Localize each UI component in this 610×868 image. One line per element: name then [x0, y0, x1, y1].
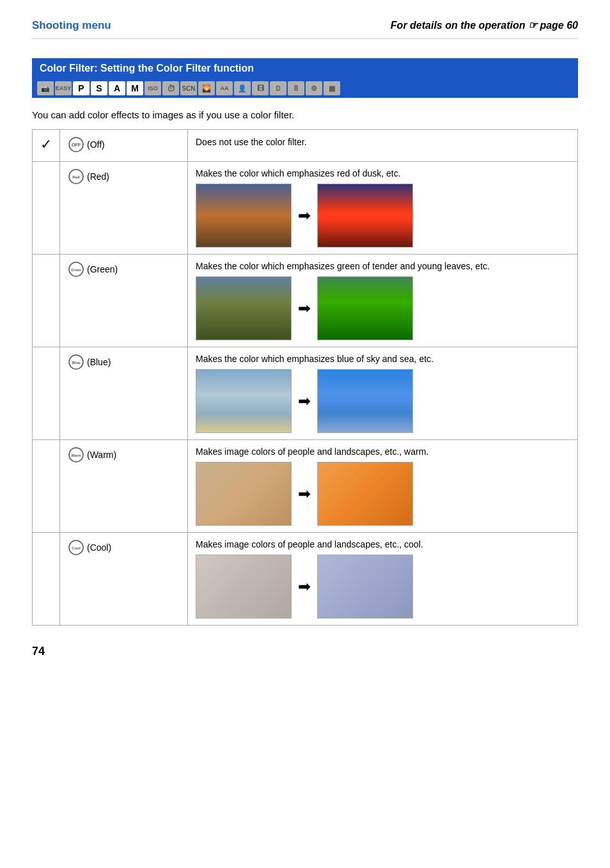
after-image: [317, 462, 413, 526]
page-reference: For details on the operation ☞ page 60: [391, 19, 578, 31]
check-cell: [33, 440, 60, 533]
svg-text:Red: Red: [72, 175, 80, 179]
color-filter-warm-icon: Warm: [68, 446, 84, 463]
after-image: [317, 184, 413, 248]
svg-text:Warm: Warm: [71, 454, 81, 457]
filter-icon-cool: Cool (Cool): [68, 539, 111, 556]
before-image: [196, 276, 292, 340]
filter-icon-green: Green (Green): [68, 261, 118, 278]
color-filter-off-icon: OFF: [68, 136, 84, 153]
after-image: [317, 555, 413, 619]
section-title-header: Shooting menu: [32, 19, 111, 32]
filter-name-cell: Blue (Blue): [60, 347, 188, 440]
after-image: [317, 276, 413, 340]
hdr-icon: D: [270, 81, 286, 95]
mode-s-icon: S: [91, 81, 107, 95]
grid-icon: ▦: [324, 81, 340, 95]
image-comparison-row: ➡: [196, 462, 570, 526]
arrow-icon: ➡: [298, 207, 311, 225]
filter-name-cell: OFF (Off): [60, 130, 188, 162]
check-cell: [33, 533, 60, 626]
color-filter-cool-icon: Cool: [68, 539, 84, 556]
page-header: Shooting menu For details on the operati…: [32, 19, 578, 39]
scene-icon: SCN: [180, 81, 197, 95]
table-row: Red (Red) Makes the color which emphasiz…: [33, 162, 578, 255]
color-filter-green-icon: Green: [68, 261, 84, 278]
after-image: [317, 369, 413, 433]
table-row: Green (Green) Makes the color which emph…: [33, 255, 578, 347]
table-row: ✓ OFF (Off) Does not use the color filte…: [33, 130, 578, 162]
before-image: [196, 369, 292, 433]
color-filter-blue-icon: Blue: [68, 354, 84, 370]
filter-icon-red: Red (Red): [68, 168, 109, 185]
svg-text:Cool: Cool: [72, 546, 81, 550]
image-comparison-row: ➡: [196, 276, 570, 340]
check-cell: [33, 347, 60, 440]
mode-a-icon: A: [109, 81, 125, 95]
table-row: Blue (Blue) Makes the color which emphas…: [33, 347, 578, 440]
filter-name-cell: Cool (Cool): [60, 533, 188, 626]
filter-desc-cell: Makes the color which emphasizes blue of…: [188, 347, 578, 440]
filter-desc-cell: Makes image colors of people and landsca…: [188, 440, 578, 533]
portrait-icon: 👤: [234, 81, 251, 95]
svg-text:Blue: Blue: [72, 361, 81, 365]
image-comparison-row: ➡: [196, 369, 570, 433]
filter-desc-cell: Does not use the color filter.: [188, 130, 578, 162]
eight-icon: 8: [288, 81, 304, 95]
check-cell: ✓: [33, 130, 60, 162]
filter-name-cell: Red (Red): [60, 162, 188, 255]
svg-text:OFF: OFF: [72, 143, 81, 147]
arrow-icon: ➡: [298, 299, 311, 317]
image-comparison-row: ➡: [196, 555, 570, 619]
intro-paragraph: You can add color effects to images as i…: [32, 109, 578, 120]
filter-name-cell: Warm (Warm): [60, 440, 188, 533]
filter-icon-warm: Warm (Warm): [68, 446, 116, 463]
check-cell: [33, 162, 60, 255]
filter-icon-blue: Blue (Blue): [68, 354, 111, 370]
before-image: [196, 184, 292, 248]
checkmark-icon: ✓: [40, 136, 52, 152]
mode-m-icon: M: [127, 81, 143, 95]
table-row: Cool (Cool) Makes image colors of people…: [33, 533, 578, 626]
aa-icon: AA: [216, 81, 233, 95]
image-comparison-row: ➡: [196, 184, 570, 248]
filter-desc-cell: Makes the color which emphasizes red of …: [188, 162, 578, 255]
before-image: [196, 462, 292, 526]
filter-desc-cell: Makes the color which emphasizes green o…: [188, 255, 578, 347]
iso-icon: ISO: [145, 81, 161, 95]
section-heading-bar: Color Filter: Setting the Color Filter f…: [32, 58, 578, 79]
filter-table: ✓ OFF (Off) Does not use the color filte…: [32, 129, 578, 626]
color-filter-red-icon: Red: [68, 168, 84, 185]
arrow-icon: ➡: [298, 485, 311, 503]
mode-p-icon: P: [73, 81, 90, 95]
camera-icon: 📷: [37, 81, 54, 95]
arrow-icon: ➡: [298, 578, 311, 596]
easy-icon: EASY: [55, 81, 72, 95]
panorama-icon: 🌄: [198, 81, 215, 95]
before-image: [196, 555, 292, 619]
table-row: Warm (Warm) Makes image colors of people…: [33, 440, 578, 533]
video-icon: 🎞: [252, 81, 269, 95]
gear-icon: ⚙: [306, 81, 322, 95]
filter-name-cell: Green (Green): [60, 255, 188, 347]
check-cell: [33, 255, 60, 347]
page-number: 74: [32, 645, 578, 658]
mode-icons-bar: 📷 EASY P S A M ISO ⏱ SCN 🌄 AA 👤 🎞 D 8 ⚙ …: [32, 79, 578, 98]
filter-desc-cell: Makes image colors of people and landsca…: [188, 533, 578, 626]
timer-icon: ⏱: [162, 81, 179, 95]
svg-text:Green: Green: [71, 268, 82, 272]
filter-icon-off: OFF (Off): [68, 136, 105, 153]
arrow-icon: ➡: [298, 392, 311, 410]
